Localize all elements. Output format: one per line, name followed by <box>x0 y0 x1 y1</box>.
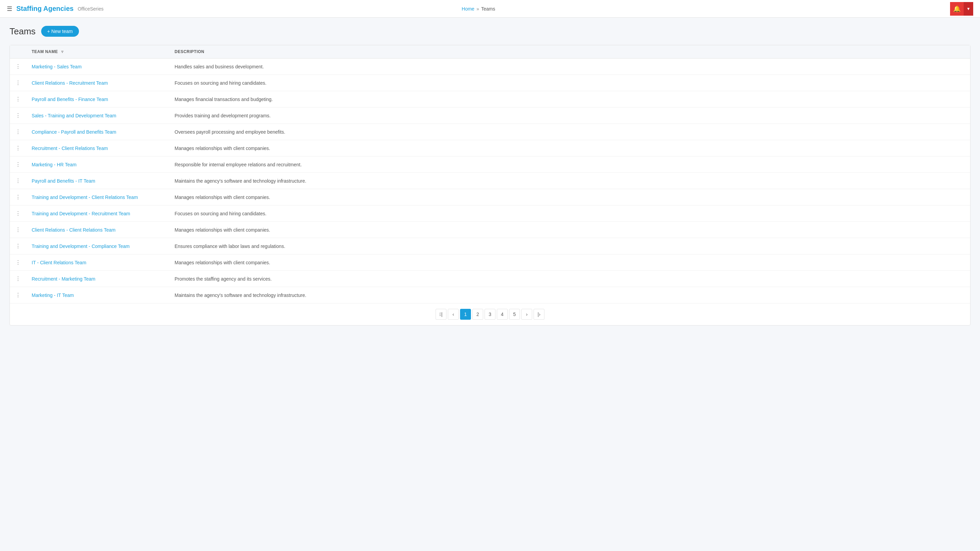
team-description-text: Manages relationships with client compan… <box>175 146 270 151</box>
first-page-button[interactable]: | <box>436 309 447 320</box>
row-menu-cell: ⋮ <box>10 75 26 91</box>
row-menu-icon[interactable]: ⋮ <box>15 194 21 200</box>
team-name-link[interactable]: Client Relations - Recruitment Team <box>32 80 108 86</box>
team-name-link[interactable]: Marketing - HR Team <box>32 162 76 167</box>
team-name-cell: Training and Development - Compliance Te… <box>26 238 169 254</box>
table-row: ⋮Client Relations - Recruitment TeamFocu… <box>10 75 970 91</box>
app-title[interactable]: Staffing Agencies <box>16 5 73 13</box>
team-description-text: Ensures compliance with labor laws and r… <box>175 243 285 249</box>
team-description-cell: Manages relationships with client compan… <box>169 189 970 205</box>
row-menu-cell: ⋮ <box>10 205 26 222</box>
team-description-cell: Manages financial transactions and budge… <box>169 91 970 108</box>
row-menu-cell: ⋮ <box>10 173 26 189</box>
team-name-link[interactable]: Client Relations - Client Relations Team <box>32 227 115 233</box>
team-name-cell: Recruitment - Client Relations Team <box>26 140 169 156</box>
row-menu-icon[interactable]: ⋮ <box>15 178 21 184</box>
team-name-link[interactable]: Training and Development - Recruitment T… <box>32 211 130 216</box>
row-menu-cell: ⋮ <box>10 271 26 287</box>
page-5-button[interactable]: 5 <box>509 309 520 320</box>
row-menu-cell: ⋮ <box>10 156 26 173</box>
prev-page-button[interactable]: ‹ <box>448 309 459 320</box>
row-menu-icon[interactable]: ⋮ <box>15 145 21 151</box>
prev-page-icon: ‹ <box>453 311 454 317</box>
team-name-cell: Marketing - HR Team <box>26 156 169 173</box>
first-page-icon: | <box>440 311 443 317</box>
team-name-link[interactable]: Compliance - Payroll and Benefits Team <box>32 129 116 135</box>
bell-icon: 🔔 <box>953 5 961 13</box>
new-team-button[interactable]: + New team <box>41 26 79 37</box>
page-1-button[interactable]: 1 <box>460 309 471 320</box>
page-2-button[interactable]: 2 <box>472 309 483 320</box>
team-name-link[interactable]: Marketing - Sales Team <box>32 64 82 69</box>
row-menu-icon[interactable]: ⋮ <box>15 227 21 233</box>
table-row: ⋮Training and Development - Compliance T… <box>10 238 970 254</box>
table-row: ⋮Compliance - Payroll and Benefits TeamO… <box>10 124 970 140</box>
team-description-cell: Oversees payroll processing and employee… <box>169 124 970 140</box>
team-description-text: Focuses on sourcing and hiring candidate… <box>175 211 266 216</box>
team-description-text: Manages financial transactions and budge… <box>175 97 273 102</box>
row-menu-icon[interactable]: ⋮ <box>15 292 21 298</box>
page-4-button[interactable]: 4 <box>497 309 508 320</box>
header-dropdown-button[interactable]: ▼ <box>964 2 973 16</box>
team-name-link[interactable]: IT - Client Relations Team <box>32 260 86 265</box>
col-menu-header <box>10 45 26 59</box>
row-menu-icon[interactable]: ⋮ <box>15 129 21 135</box>
team-description-text: Maintains the agency's software and tech… <box>175 292 306 298</box>
page-title: Teams <box>10 26 36 37</box>
home-link[interactable]: Home <box>462 6 474 11</box>
row-menu-icon[interactable]: ⋮ <box>15 63 21 70</box>
team-name-cell: Compliance - Payroll and Benefits Team <box>26 124 169 140</box>
chevron-down-icon: ▼ <box>966 6 970 11</box>
team-description-text: Manages relationships with client compan… <box>175 195 270 200</box>
page-header: Teams + New team <box>10 26 970 37</box>
hamburger-icon[interactable]: ☰ <box>7 5 12 13</box>
row-menu-icon[interactable]: ⋮ <box>15 161 21 168</box>
team-name-link[interactable]: Training and Development - Compliance Te… <box>32 243 130 249</box>
team-name-link[interactable]: Payroll and Benefits - Finance Team <box>32 97 108 102</box>
table-row: ⋮Client Relations - Client Relations Tea… <box>10 222 970 238</box>
row-menu-cell: ⋮ <box>10 189 26 205</box>
row-menu-icon[interactable]: ⋮ <box>15 259 21 266</box>
team-description-cell: Responsible for internal employee relati… <box>169 156 970 173</box>
table-row: ⋮IT - Client Relations TeamManages relat… <box>10 254 970 271</box>
team-name-link[interactable]: Recruitment - Client Relations Team <box>32 146 108 151</box>
team-name-link[interactable]: Payroll and Benefits - IT Team <box>32 178 95 184</box>
next-page-button[interactable]: › <box>521 309 532 320</box>
team-description-text: Promotes the staffing agency and its ser… <box>175 276 272 282</box>
team-description-cell: Focuses on sourcing and hiring candidate… <box>169 205 970 222</box>
team-description-text: Manages relationships with client compan… <box>175 227 270 233</box>
row-menu-icon[interactable]: ⋮ <box>15 112 21 119</box>
teams-table: TEAM NAME ▿ DESCRIPTION ⋮Marketing - Sal… <box>10 45 970 303</box>
row-menu-icon[interactable]: ⋮ <box>15 243 21 249</box>
last-page-button[interactable]: |› <box>533 309 544 320</box>
row-menu-cell: ⋮ <box>10 254 26 271</box>
row-menu-cell: ⋮ <box>10 91 26 108</box>
team-name-link[interactable]: Marketing - IT Team <box>32 292 74 298</box>
notification-button[interactable]: 🔔 <box>950 2 964 16</box>
table-row: ⋮Training and Development - Recruitment … <box>10 205 970 222</box>
team-description-text: Focuses on sourcing and hiring candidate… <box>175 80 266 86</box>
row-menu-cell: ⋮ <box>10 108 26 124</box>
row-menu-icon[interactable]: ⋮ <box>15 79 21 86</box>
filter-icon[interactable]: ▿ <box>61 49 64 54</box>
team-description-text: Handles sales and business development. <box>175 64 264 69</box>
team-name-cell: Payroll and Benefits - IT Team <box>26 173 169 189</box>
breadcrumb: Home » Teams <box>462 6 495 11</box>
team-name-link[interactable]: Training and Development - Client Relati… <box>32 195 138 200</box>
last-page-icon: |› <box>538 311 540 317</box>
table-row: ⋮Recruitment - Marketing TeamPromotes th… <box>10 271 970 287</box>
team-name-link[interactable]: Recruitment - Marketing Team <box>32 276 95 282</box>
row-menu-icon[interactable]: ⋮ <box>15 96 21 102</box>
team-description-cell: Promotes the staffing agency and its ser… <box>169 271 970 287</box>
row-menu-icon[interactable]: ⋮ <box>15 210 21 217</box>
row-menu-icon[interactable]: ⋮ <box>15 275 21 282</box>
row-menu-cell: ⋮ <box>10 287 26 303</box>
app-header: ☰ Staffing Agencies OfficeSeries Home » … <box>0 0 980 18</box>
page-3-button[interactable]: 3 <box>485 309 495 320</box>
team-name-link[interactable]: Sales - Training and Development Team <box>32 113 116 118</box>
table-row: ⋮Sales - Training and Development TeamPr… <box>10 108 970 124</box>
row-menu-cell: ⋮ <box>10 140 26 156</box>
team-name-cell: Recruitment - Marketing Team <box>26 271 169 287</box>
team-name-cell: Client Relations - Recruitment Team <box>26 75 169 91</box>
team-description-cell: Focuses on sourcing and hiring candidate… <box>169 75 970 91</box>
